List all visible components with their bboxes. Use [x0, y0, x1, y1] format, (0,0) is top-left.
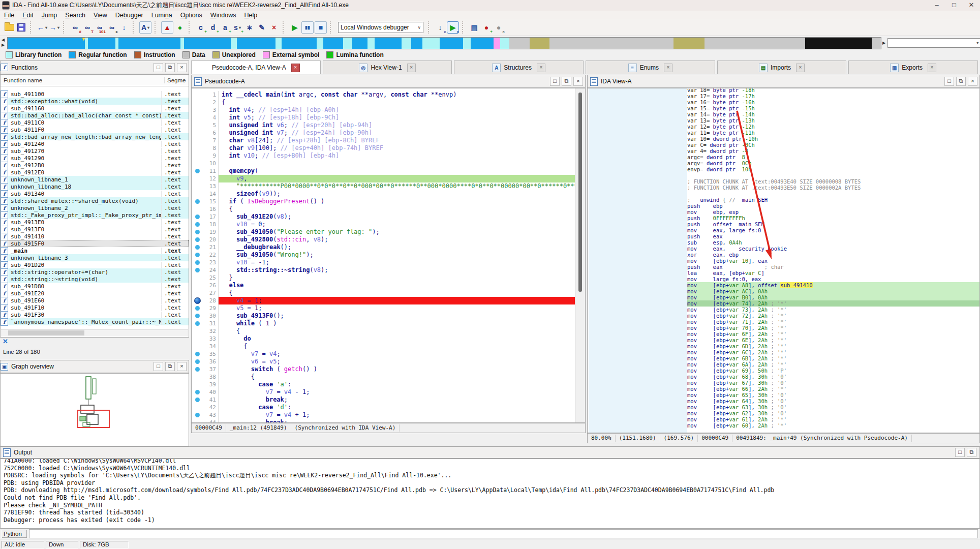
graph-float-icon[interactable]: ⧉ — [165, 362, 175, 371]
function-row[interactable]: funknown_libname_18.text — [1, 183, 189, 190]
open-file-button[interactable] — [4, 22, 15, 33]
search-again-icon[interactable]: ∞▸ — [106, 22, 117, 33]
tab-close-button[interactable]: × — [407, 64, 416, 72]
asm-line[interactable]: var_14= byte ptr -14h — [687, 111, 979, 117]
jump-address-icon[interactable]: ↓ — [118, 22, 130, 33]
pseudocode-line[interactable]: 23 v10 = -1; — [192, 259, 575, 266]
continue-process-button[interactable]: ▶ — [289, 22, 300, 33]
asm-line[interactable]: var_16= byte ptr -16h — [687, 99, 979, 105]
pseudocode-line[interactable]: 15 if ( IsDebuggerPresent() ) — [192, 198, 575, 205]
suspend-process-button[interactable]: ▮▮ — [301, 21, 314, 34]
edit-icon[interactable]: ✎ — [256, 22, 267, 33]
menu-item-jump[interactable]: Jump — [38, 12, 62, 19]
function-row[interactable]: fsub_491E20.text — [1, 290, 189, 297]
asm-line[interactable]: mov [ebp+var_66], 2Ah ; '*' — [687, 386, 979, 392]
save-button[interactable] — [16, 22, 27, 33]
asm-line[interactable]: mov [ebp+var_67], 30h ; '0' — [687, 380, 979, 386]
minimize-button[interactable]: – — [928, 0, 945, 11]
asm-line[interactable]: var_18= byte ptr -18h — [687, 88, 979, 93]
asm-line[interactable]: mov [ebp+var_61], 2Ah ; '*' — [687, 416, 979, 422]
tab-close-button[interactable]: × — [537, 64, 545, 72]
asm-line[interactable]: var_13= byte ptr -13h — [687, 117, 979, 124]
asm-line[interactable]: var_12= byte ptr -12h — [687, 124, 979, 130]
menu-item-edit[interactable]: Edit — [18, 12, 38, 19]
asm-line[interactable]: var_15= byte ptr -15h — [687, 105, 979, 111]
asm-line[interactable]: mov [ebp+var_69], 50h ; 'P' — [687, 368, 979, 374]
function-row[interactable]: fsub_491E60.text — [1, 297, 189, 304]
asm-line[interactable]: ; FUNCTION CHUNK AT .text:00493E50 SIZE … — [687, 185, 979, 191]
pseudocode-line[interactable]: 31 while ( 1 ) — [192, 320, 575, 327]
function-row[interactable]: fsub_491F10.text — [1, 304, 189, 311]
sequence-search-icon[interactable]: ∞101 — [94, 22, 105, 33]
ida-view-maximize-icon[interactable]: □ — [944, 77, 954, 86]
graph-overview-panel[interactable] — [0, 373, 189, 446]
make-array-icon[interactable]: ∗ — [244, 22, 255, 33]
pseudocode-line[interactable]: 42 case 'd': — [192, 404, 575, 411]
tab-close-button[interactable]: × — [928, 64, 936, 72]
pseudocode-line[interactable]: 38 { — [192, 373, 575, 381]
pseudocode-line[interactable]: 26 else — [192, 282, 575, 289]
tab-pseudocode-a-ida-view-a[interactable]: Pseudocode-A, IDA View-A× — [191, 60, 321, 74]
pseudocode-line[interactable]: 28 v4 = 1; — [192, 297, 575, 304]
asm-line[interactable]: push offset _main_SEH — [687, 221, 979, 227]
asm-line[interactable]: mov large fs:0, eax — [687, 276, 979, 282]
maximize-button[interactable]: □ — [945, 0, 963, 11]
function-row[interactable]: fsub_4913F0.text — [1, 226, 189, 233]
asm-line[interactable]: mov [ebp+var_68], 30h ; '0' — [687, 374, 979, 380]
functions-maximize-icon[interactable]: □ — [154, 63, 163, 72]
undefine-icon[interactable]: × — [268, 22, 280, 33]
function-row[interactable]: fstd::string::~string(void).text — [1, 276, 189, 283]
pseudocode-line[interactable]: 35 v7 = v4; — [192, 350, 575, 358]
delete-breakpoint-icon[interactable]: ●× — [493, 22, 504, 33]
function-row[interactable]: fstd::shared_mutex::~shared_mutex(void).… — [1, 197, 189, 204]
menu-item-debugger[interactable]: Debugger — [111, 12, 147, 19]
make-struct-icon[interactable]: s+▾ — [232, 22, 243, 33]
pseudocode-line[interactable]: 33 do — [192, 335, 575, 343]
column-segment[interactable]: Segme — [165, 77, 186, 83]
pseudocode-line[interactable]: 39 case 'a': — [192, 381, 575, 388]
tab-close-button[interactable]: × — [664, 64, 672, 72]
pseudocode-line[interactable]: 27 { — [192, 289, 575, 297]
asm-line[interactable]: var_10= dword ptr -10h — [687, 136, 979, 142]
pseudocode-vscrollbar[interactable] — [575, 88, 585, 422]
asm-line[interactable]: mov eax, large fs:0 — [687, 227, 979, 233]
pseudocode-line[interactable]: 13 "***********P00*0000**0*0*0**0**0*000… — [192, 182, 575, 190]
pseudocode-line[interactable]: 21 __debugbreak(); — [192, 243, 575, 251]
problems-icon[interactable]: ▲ — [161, 21, 173, 34]
asm-line[interactable]: mov [ebp+var_6F], 2Ah ; '*' — [687, 331, 979, 337]
function-row[interactable]: f`anonymous namespace'::_Mutex_count_pai… — [1, 318, 189, 325]
output-maximize-icon[interactable]: □ — [955, 448, 965, 457]
tab-close-button[interactable]: × — [291, 64, 300, 72]
text-search-icon[interactable]: ∞T — [82, 22, 93, 33]
asm-line[interactable]: ; __unwind { // _main_SEH — [687, 197, 979, 203]
asm-line[interactable]: mov [ebp+var_60], 2Ah ; '*' — [687, 422, 979, 429]
pseudocode-maximize-icon[interactable]: □ — [550, 77, 560, 86]
pseudocode-view[interactable]: 1int __cdecl main(int argc, const char *… — [191, 88, 586, 423]
pseudocode-line[interactable]: 41 break; — [192, 396, 575, 404]
asm-line[interactable]: mov [ebp+var_63], 30h ; '0' — [687, 404, 979, 410]
asm-line[interactable]: mov [ebp+var_6B], 2Ah ; '*' — [687, 355, 979, 361]
pseudocode-line[interactable]: 11 qmemcpy( — [192, 167, 575, 175]
pseudocode-close-icon[interactable]: × — [573, 77, 583, 86]
asm-line[interactable]: push eax — [687, 233, 979, 239]
python-command-input[interactable] — [29, 529, 978, 538]
function-row[interactable]: fsub_491100.text — [1, 90, 189, 98]
functions-list-header[interactable]: Function name Segme — [1, 75, 189, 86]
output-float-icon[interactable]: ⧉ — [967, 448, 976, 457]
asm-line[interactable]: argv= dword ptr 0Ch — [687, 160, 979, 166]
asm-line[interactable]: mov [ebp+var_6C], 2Ah ; '*' — [687, 349, 979, 355]
pseudocode-line[interactable]: 5 unsigned int v6; // [esp+20h] [ebp-94h… — [192, 121, 575, 129]
asm-line[interactable]: mov [ebp+var_73], 2Ah ; '*' — [687, 307, 979, 313]
function-row[interactable]: fsub_4911C0.text — [1, 119, 189, 126]
function-row[interactable]: fstd::bad_array_new_length::bad_array_ne… — [1, 133, 189, 140]
pseudocode-float-icon[interactable]: ⧉ — [562, 77, 571, 86]
function-row[interactable]: fsub_491290.text — [1, 155, 189, 162]
asm-line[interactable]: mov [ebp+var_B0], 0Ah — [687, 294, 979, 300]
asm-line[interactable]: mov [ebp+var_10], eax — [687, 258, 979, 264]
asm-line[interactable]: sub esp, 0A4h — [687, 239, 979, 246]
pseudocode-line[interactable]: 14 sizeof(v9)); — [192, 190, 575, 198]
make-data-icon[interactable]: d+ — [207, 22, 219, 33]
graph-maximize-icon[interactable]: □ — [154, 362, 163, 371]
pseudocode-line[interactable]: 25 } — [192, 274, 575, 282]
asm-line[interactable] — [687, 172, 979, 178]
